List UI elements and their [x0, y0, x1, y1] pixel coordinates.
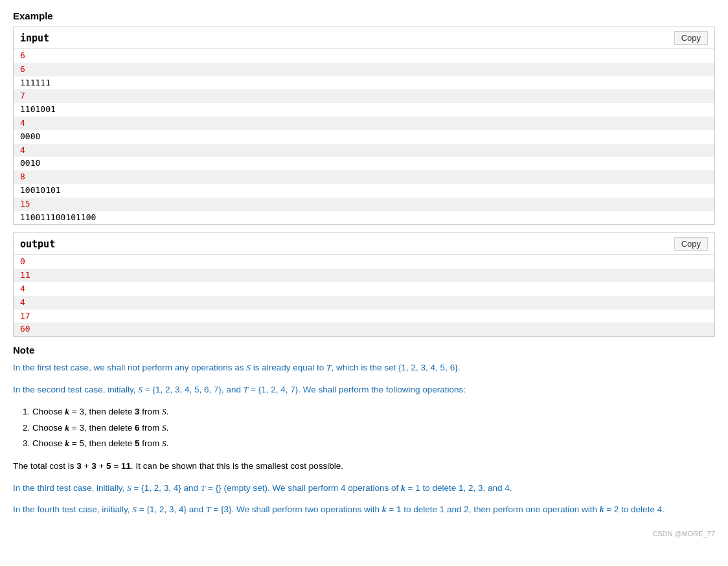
output-line-2: 11 [14, 269, 714, 282]
input-line-7: 0000 [14, 130, 714, 144]
note-list-item-2: Choose k = 3, then delete 6 from S. [32, 420, 715, 436]
input-line-12: 15 [14, 198, 714, 211]
note-title: Note [13, 345, 715, 356]
input-line-13: 110011100101100 [14, 211, 714, 225]
note-para-4: In the third test case, initially, S = {… [13, 481, 715, 495]
output-line-4: 4 [14, 296, 714, 310]
input-header: input Copy [14, 27, 714, 49]
input-line-5: 1101001 [14, 103, 714, 117]
output-line-3: 4 [14, 282, 714, 296]
input-line-3: 111111 [14, 76, 714, 90]
note-list-item-3: Choose k = 5, then delete 5 from S. [32, 436, 715, 451]
input-line-9: 0010 [14, 157, 714, 170]
input-content: 6 6 111111 7 1101001 4 0000 4 0010 8 100… [14, 49, 714, 224]
copy-input-button[interactable]: Copy [674, 31, 708, 45]
note-list-item-1: Choose k = 3, then delete 3 from S. [32, 404, 715, 420]
input-block: input Copy 6 6 111111 7 1101001 4 0000 4… [13, 27, 715, 225]
output-line-6: 60 [14, 323, 714, 336]
note-list: Choose k = 3, then delete 3 from S. Choo… [32, 404, 715, 451]
example-title: Example [13, 10, 715, 21]
copy-output-button[interactable]: Copy [674, 237, 708, 251]
input-line-4: 7 [14, 89, 714, 103]
input-line-1: 6 [14, 49, 714, 63]
watermark: CSDN @MORE_77 [13, 530, 715, 538]
output-header: output Copy [14, 233, 714, 255]
output-block: output Copy 0 11 4 4 17 60 [13, 232, 715, 337]
input-line-6: 4 [14, 117, 714, 130]
input-label: input [20, 32, 49, 44]
input-line-8: 4 [14, 144, 714, 157]
input-line-11: 10010101 [14, 184, 714, 198]
output-line-5: 17 [14, 310, 714, 323]
output-content: 0 11 4 4 17 60 [14, 255, 714, 336]
note-para-5: In the fourth test case, initially, S = … [13, 503, 715, 517]
note-section: Note In the first test case, we shall no… [13, 345, 715, 538]
note-para-3: The total cost is 3 + 3 + 5 = 11. It can… [13, 459, 715, 473]
example-section: Example input Copy 6 6 111111 7 1101001 … [13, 10, 715, 337]
note-para-2: In the second test case, initially, S = … [13, 383, 715, 397]
output-line-1: 0 [14, 255, 714, 269]
input-line-10: 8 [14, 170, 714, 184]
output-label: output [20, 238, 55, 250]
input-line-2: 6 [14, 63, 714, 76]
note-para-1: In the first test case, we shall not per… [13, 361, 715, 375]
